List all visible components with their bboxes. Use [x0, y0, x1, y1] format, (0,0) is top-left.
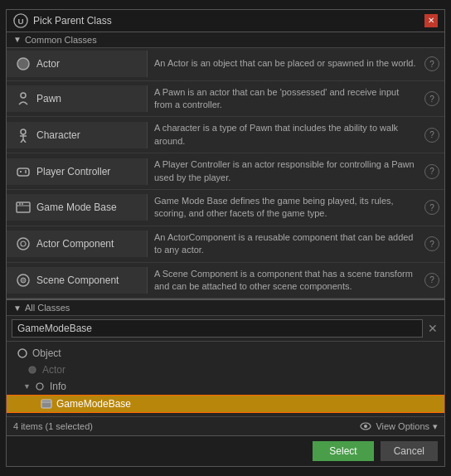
class-name-actor: Actor	[36, 58, 60, 70]
select-button[interactable]: Select	[313, 441, 373, 461]
svg-point-18	[22, 203, 23, 205]
class-name-player-controller: Player Controller	[36, 166, 110, 177]
help-icon-pawn[interactable]: ?	[424, 91, 439, 106]
actor-icon	[15, 56, 32, 72]
svg-text:U: U	[17, 16, 23, 25]
class-row-actor-component: Actor Component An ActorComponent is a r…	[7, 226, 444, 263]
info-node-icon	[33, 380, 46, 393]
titlebar-left: U Pick Parent Class	[13, 13, 112, 28]
class-desc-character: A character is a type of Pawn that inclu…	[148, 117, 424, 153]
dialog-pick-parent-class: U Pick Parent Class ✕ ▼ Common Classes A…	[6, 9, 445, 468]
footer: Select Cancel	[7, 435, 444, 466]
svg-point-2	[17, 58, 29, 70]
class-desc-actor: An Actor is an object that can be placed…	[148, 52, 424, 75]
view-options-chevron-icon: ▾	[433, 421, 438, 432]
common-classes-section: ▼ Common Classes Actor An Actor is an ob…	[7, 32, 444, 299]
tree-label-info: Info	[50, 381, 66, 392]
actor-component-icon	[15, 236, 32, 252]
svg-rect-9	[17, 168, 29, 176]
class-row-pawn: Pawn A Pawn is an actor that can be 'pos…	[7, 81, 444, 118]
object-node-icon	[16, 347, 29, 360]
pawn-icon	[15, 90, 32, 107]
svg-point-25	[36, 383, 43, 390]
class-name-character: Character	[36, 129, 80, 141]
class-button-scene-component[interactable]: Scene Component	[7, 267, 148, 294]
status-text: 4 items (1 selected)	[13, 421, 93, 431]
svg-point-29	[364, 425, 367, 428]
help-icon-character[interactable]: ?	[424, 128, 439, 143]
tree-label-object: Object	[32, 347, 61, 359]
class-desc-actor-component: An ActorComponent is a reusable componen…	[148, 226, 424, 262]
help-icon-game-mode-base[interactable]: ?	[424, 200, 439, 215]
class-row-scene-component: Scene Component A Scene Component is a c…	[7, 263, 444, 299]
search-input[interactable]	[12, 319, 423, 338]
class-button-character[interactable]: Character	[7, 122, 148, 148]
class-desc-game-mode-base: Game Mode Base defines the game being pl…	[148, 190, 424, 226]
svg-point-14	[25, 172, 27, 173]
help-icon-player-controller[interactable]: ?	[424, 164, 439, 179]
svg-point-17	[19, 203, 21, 205]
actor-node-icon	[26, 363, 39, 376]
class-button-game-mode-base[interactable]: Game Mode Base	[7, 194, 148, 221]
class-button-pawn[interactable]: Pawn	[7, 85, 148, 112]
ue-logo-icon: U	[13, 13, 28, 28]
search-row: ✕	[7, 316, 444, 342]
common-classes-label: Common Classes	[25, 35, 97, 45]
tree-area: Object Actor ▼ In	[7, 342, 444, 416]
game-mode-base-icon	[15, 199, 32, 216]
class-button-player-controller[interactable]: Player Controller	[7, 158, 148, 185]
gamemodebase-node-icon	[40, 397, 53, 410]
section-arrow-icon: ▼	[13, 35, 22, 44]
tree-item-info[interactable]: ▼ Info	[7, 378, 444, 395]
class-row-game-mode-base: Game Mode Base Game Mode Base defines th…	[7, 190, 444, 226]
player-controller-icon	[15, 163, 32, 180]
tree-item-actor[interactable]: Actor	[7, 362, 444, 378]
search-clear-button[interactable]: ✕	[426, 322, 439, 335]
class-button-actor[interactable]: Actor	[7, 51, 148, 77]
class-name-game-mode-base: Game Mode Base	[36, 202, 117, 213]
class-name-pawn: Pawn	[36, 93, 61, 104]
class-button-actor-component[interactable]: Actor Component	[7, 231, 148, 257]
tree-label-actor: Actor	[42, 364, 65, 376]
svg-rect-15	[17, 202, 30, 212]
class-row-character: Character A character is a type of Pawn …	[7, 117, 444, 153]
svg-point-19	[17, 238, 29, 250]
cancel-button[interactable]: Cancel	[381, 441, 438, 461]
svg-point-4	[21, 129, 26, 134]
tree-info-expand-icon: ▼	[23, 382, 31, 391]
close-button[interactable]: ✕	[424, 14, 438, 27]
all-classes-arrow-icon: ▼	[13, 304, 22, 313]
character-icon	[15, 127, 32, 143]
svg-point-24	[29, 367, 36, 373]
class-desc-pawn: A Pawn is an actor that can be 'possesse…	[148, 81, 424, 117]
help-icon-actor-component[interactable]: ?	[424, 236, 439, 251]
class-name-scene-component: Scene Component	[36, 274, 119, 286]
dialog-title: Pick Parent Class	[33, 15, 112, 27]
class-desc-scene-component: A Scene Component is a component that ha…	[148, 263, 424, 299]
svg-point-22	[21, 278, 26, 283]
view-options-button[interactable]: View Options ▾	[359, 420, 438, 433]
svg-point-13	[25, 170, 27, 172]
view-options-label: View Options	[376, 421, 429, 431]
class-name-actor-component: Actor Component	[36, 238, 114, 250]
svg-point-23	[18, 349, 27, 357]
common-classes-header: ▼ Common Classes	[7, 32, 444, 48]
titlebar: U Pick Parent Class ✕	[7, 10, 444, 32]
scene-component-icon	[15, 272, 32, 289]
svg-rect-26	[41, 400, 51, 408]
tree-item-object[interactable]: Object	[7, 345, 444, 362]
eye-icon	[359, 420, 372, 433]
all-classes-header: ▼ All Classes	[7, 300, 444, 316]
all-classes-section: ▼ All Classes ✕ Object	[7, 299, 444, 435]
help-icon-actor[interactable]: ?	[424, 56, 439, 71]
class-row-player-controller: Player Controller A Player Controller is…	[7, 153, 444, 190]
tree-item-gamemodebase[interactable]: GameModeBase	[7, 395, 444, 413]
status-bar: 4 items (1 selected) View Options ▾	[7, 416, 444, 435]
svg-point-20	[21, 241, 26, 246]
tree-label-gamemodebase: GameModeBase	[56, 398, 131, 410]
class-desc-player-controller: A Player Controller is an actor responsi…	[148, 153, 424, 189]
all-classes-label: All Classes	[25, 303, 70, 313]
help-icon-scene-component[interactable]: ?	[424, 273, 439, 288]
class-row-actor: Actor An Actor is an object that can be …	[7, 48, 444, 81]
svg-line-8	[23, 139, 26, 143]
